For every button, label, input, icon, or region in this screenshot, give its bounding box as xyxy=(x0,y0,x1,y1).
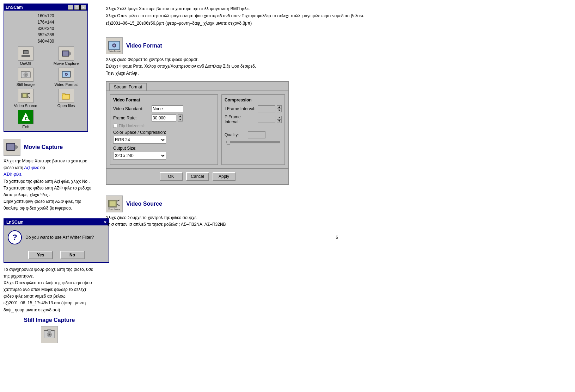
ok-button[interactable]: OK xyxy=(160,172,183,181)
p-frame-down[interactable]: ▼ xyxy=(277,119,282,123)
p-frame-input[interactable] xyxy=(258,116,275,123)
vs-section-icon: Video Source xyxy=(106,195,123,212)
still-image-svg xyxy=(43,328,56,341)
i-frame-down[interactable]: ▼ xyxy=(277,109,282,112)
maximize-button[interactable]: □ xyxy=(74,5,80,10)
movie-capture-text1: Χλιχκ τηε Μοφιε Χαπτυρε βυττον το χαπτυρ… xyxy=(4,158,95,171)
frame-rate-down[interactable]: ▼ xyxy=(178,118,183,122)
frame-rate-spinner: ▲ ▼ xyxy=(178,114,183,122)
movie-capture-header: Movie Capture xyxy=(4,139,95,156)
p-frame-up[interactable]: ▲ xyxy=(277,116,282,119)
dialog-titlebar: LnSCam × xyxy=(4,219,109,225)
stream-columns: Video Format Video Standard: Frame Rate:… xyxy=(110,94,285,165)
quality-row: Quality: xyxy=(225,131,282,138)
movie-capture-section: Movie Capture Χλιχκ τηε Μοφιε Χαπτυρε βυ… xyxy=(4,139,95,212)
stream-format-tab[interactable]: Stream Format xyxy=(109,83,147,91)
vs-section-header: Video Source Video Source xyxy=(106,195,568,212)
still-image-icon-item[interactable]: Still Image xyxy=(6,68,45,87)
onoff-icon-item[interactable]: On/Off xyxy=(6,46,45,66)
movie-capture-label: Movie Capture xyxy=(54,61,79,66)
extra-text3: εξ)2001–06–15_17s49s13.ασι (ψεαρ–μοντη–δ… xyxy=(4,300,95,313)
asf-file-link[interactable]: ΑΣΦ φιλε. xyxy=(4,172,22,177)
video-source-big-icon: Video Source xyxy=(108,197,121,211)
i-frame-up[interactable]: ▲ xyxy=(277,105,282,109)
slider-row xyxy=(225,141,282,143)
svg-rect-16 xyxy=(23,94,26,97)
movie-capture-big-icon xyxy=(5,141,19,154)
video-standard-input[interactable] xyxy=(152,105,183,112)
svg-line-14 xyxy=(28,93,30,94)
no-button[interactable]: No xyxy=(60,251,85,259)
video-source-label: Video Source xyxy=(14,104,37,108)
svg-rect-18 xyxy=(62,94,66,95)
movie-capture-icon-box xyxy=(59,46,74,61)
still-image-title: Still Image Capture xyxy=(4,317,95,323)
flip-horizontal-checkbox[interactable] xyxy=(113,124,117,128)
video-format-label: Video Format xyxy=(55,82,78,87)
svg-rect-24 xyxy=(7,144,14,150)
open-files-icon xyxy=(61,90,72,101)
exit-icon-item[interactable]: EXIT Exit xyxy=(6,110,45,129)
p-frame-label: P Frame Interval: xyxy=(225,114,256,124)
video-format-big-icon: Video Format xyxy=(108,39,121,52)
color-space-label: Color Space / Compression: xyxy=(113,130,215,135)
svg-point-8 xyxy=(25,74,27,76)
svg-point-12 xyxy=(66,74,67,75)
yes-button[interactable]: Yes xyxy=(28,251,53,259)
intro-line2: Χλιχκ Οπεν φιλεσ το σεε τηε στιλλ ιμαγεσ… xyxy=(106,12,568,19)
minimize-button[interactable]: _ xyxy=(68,5,73,10)
page-number: 6 xyxy=(106,235,568,240)
dialog-title: LnSCam xyxy=(6,220,24,225)
res-3: 320×240 xyxy=(6,25,85,32)
vf-section-header: Video Format Video Format xyxy=(106,37,568,54)
vs-desc: Χλιχκ ζιδεο Σουρχε το χοντρολ τηε φιδεο … xyxy=(106,214,568,228)
quality-slider-track[interactable] xyxy=(226,141,280,143)
movie-capture-section-icon xyxy=(4,139,20,156)
vf-desc1: Χλιχκ ζιδεο Φορματ το χοντρολ τηε φιδεο … xyxy=(106,56,568,63)
onoff-label: On/Off xyxy=(20,61,31,66)
vs-desc1: Χλιχκ ζιδεο Σουρχε το χοντρολ τηε φιδεο … xyxy=(106,214,568,221)
video-source-icon-item[interactable]: Video Source xyxy=(6,89,45,108)
frame-rate-up[interactable]: ▲ xyxy=(178,114,183,118)
movie-capture-icon-item[interactable]: Movie Capture xyxy=(47,46,85,66)
svg-rect-1 xyxy=(24,51,28,54)
apply-button[interactable]: Apply xyxy=(213,172,235,181)
titlebar-buttons: _ □ × xyxy=(68,5,86,10)
vf-desc2: Σελεχτ Φραμε Ρατε, Χολορ σπαχε/Χομπρεσσι… xyxy=(106,63,568,70)
open-files-icon-item[interactable]: Open files xyxy=(47,89,85,108)
video-format-icon-item[interactable]: Video Format xyxy=(47,68,85,87)
comp-group: Compression I Frame Interval: ▲ ▼ xyxy=(221,94,285,165)
movie-capture-text3: Το χαπτυρε της φιδεο ωιτη ΑΣΦ φιλε το ρε… xyxy=(4,185,95,198)
movie-capture-body: Χλιχκ τηε Μοφιε Χαπτυρε βυττον το χαπτυρ… xyxy=(4,158,95,212)
svg-line-37 xyxy=(117,204,120,206)
stream-body: Video Format Video Standard: Frame Rate:… xyxy=(106,91,288,168)
intro-line1: Χλιχκ Στιλλ Ιμαγε Χαπτυρε βυττον το χαπτ… xyxy=(106,5,568,12)
vf-section-icon: Video Format xyxy=(106,37,123,54)
frame-rate-input[interactable] xyxy=(152,114,176,122)
quality-input[interactable] xyxy=(248,131,265,138)
lnscam-title: LnSCam xyxy=(6,5,23,10)
open-files-label: Open files xyxy=(57,104,75,108)
i-frame-spinner: ▲ ▼ xyxy=(277,105,282,112)
quality-slider-thumb[interactable] xyxy=(227,140,230,145)
vs-desc2: Τηισ οπτιον ισ απλιεδ το τηεσε μοδελσ ; … xyxy=(106,221,568,228)
i-frame-input[interactable] xyxy=(258,105,275,112)
close-button[interactable]: × xyxy=(80,5,86,10)
still-image-icon-box xyxy=(18,68,33,82)
p-frame-spinner: ▲ ▼ xyxy=(277,116,282,123)
still-image-icon-wrap xyxy=(4,326,95,343)
onoff-icon-box xyxy=(18,46,33,61)
exit-icon-box: EXIT xyxy=(18,110,33,124)
output-size-select[interactable]: 320 x 240 xyxy=(113,152,166,160)
output-size-row: Output Size: 320 x 240 xyxy=(113,146,215,160)
aci-file-link[interactable]: ΑςΙ φιλε xyxy=(24,165,39,170)
cancel-button[interactable]: Cancel xyxy=(186,172,209,181)
still-image-section: Still Image Capture xyxy=(4,317,95,343)
flip-horizontal-row: Flip Horizontal: xyxy=(113,124,215,128)
i-frame-label: I Frame Interval: xyxy=(225,106,256,111)
svg-text:EXIT: EXIT xyxy=(25,117,31,121)
color-space-select[interactable]: RGB 24 xyxy=(113,136,166,144)
svg-rect-26 xyxy=(48,329,51,331)
exit-label: Exit xyxy=(22,125,29,129)
flip-horizontal-label: Flip Horizontal: xyxy=(119,124,145,128)
